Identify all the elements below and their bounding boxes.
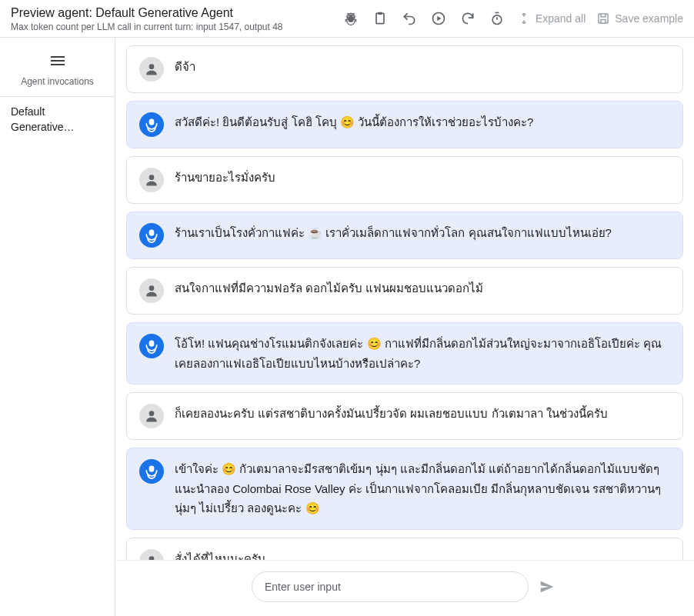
svg-line-1 [348,13,349,15]
svg-rect-4 [378,12,382,15]
input-bar [115,560,694,616]
svg-point-14 [149,411,155,416]
message-row: โอ้โห! แฟนคุณช่างโรแมนติกจังเลยค่ะ 😊 กาแ… [126,322,683,385]
message-text: โอ้โห! แฟนคุณช่างโรแมนติกจังเลยค่ะ 😊 กาแ… [175,334,670,373]
message-row: เข้าใจค่ะ 😊 กัวเตมาลาจะมีรสชาติเข้มๆ นุ่… [126,448,683,530]
message-text: สนใจกาแฟที่มีความฟอรัล ดอกไม้ครับ แฟนผมช… [175,278,670,298]
user-avatar-icon [139,404,164,428]
app-body: Agent invocations Default Generative… ดี… [0,38,694,616]
message-text: สั่งได้ที่ไหนนะครับ [175,549,670,561]
bug-icon[interactable] [342,9,360,28]
svg-point-11 [149,64,155,69]
agent-avatar-icon [139,334,164,358]
message-row: สั่งได้ที่ไหนนะครับ [126,538,683,561]
save-example-button[interactable]: Save example [596,12,683,25]
save-icon [596,12,610,25]
sidebar: Agent invocations Default Generative… [0,38,115,616]
header-toolbar: Expand all Save example [342,9,683,28]
user-avatar-icon [139,278,164,303]
svg-point-6 [492,15,502,25]
agent-avatar-icon [139,459,164,484]
user-avatar-icon [139,549,164,561]
svg-rect-10 [51,64,65,65]
sidebar-item-default-agent[interactable]: Default Generative… [0,100,115,139]
agent-avatar-icon [139,112,164,137]
unfold-icon [517,12,531,25]
message-text: ร้านเราเป็นโรงคั่วกาแฟค่ะ ☕ เราคั่วเมล็ด… [175,223,670,243]
svg-rect-9 [51,60,65,62]
message-row: ร้านขายอะไรมั่งครับ [126,156,683,204]
message-row: สวัสดีค่ะ! ยินดีต้อนรับสู่ โคฮิ โคบุ 😊 ว… [126,101,683,148]
svg-rect-7 [599,14,608,23]
message-row: ก็เคยลองนะครับ แต่รสชาติบางครั้งมันเปรี้… [126,392,683,440]
expand-all-button[interactable]: Expand all [517,12,586,25]
sidebar-top: Agent invocations [0,52,115,87]
message-text: ร้านขายอะไรมั่งครับ [175,168,670,188]
clipboard-icon[interactable] [371,9,389,28]
undo-icon[interactable] [400,9,419,28]
message-text: ก็เคยลองนะครับ แต่รสชาติบางครั้งมันเปรี้… [175,404,670,424]
menu-icon[interactable] [48,52,67,70]
expand-all-label: Expand all [536,12,586,25]
user-avatar-icon [139,168,164,192]
header-left: Preview agent: Default Generative Agent … [11,6,283,32]
refresh-icon[interactable] [459,9,477,28]
save-example-label: Save example [615,12,683,25]
message-text: เข้าใจค่ะ 😊 กัวเตมาลาจะมีรสชาติเข้มๆ นุ่… [175,459,670,518]
agent-avatar-icon [139,223,164,248]
token-count-subtitle: Max token count per LLM call in current … [11,22,283,32]
message-text: สวัสดีค่ะ! ยินดีต้อนรับสู่ โคฮิ โคบุ 😊 ว… [175,112,670,132]
svg-point-13 [149,285,155,291]
page-title: Preview agent: Default Generative Agent [11,6,283,20]
message-text: ดีจ้า [175,57,670,77]
svg-rect-3 [376,13,384,23]
sidebar-section-label: Agent invocations [21,76,94,87]
message-row: ดีจ้า [126,45,683,93]
svg-rect-8 [51,56,65,58]
send-button[interactable] [536,576,558,598]
user-input[interactable] [252,571,529,602]
message-row: ร้านเราเป็นโรงคั่วกาแฟค่ะ ☕ เราคั่วเมล็ด… [126,211,683,259]
main-panel: ดีจ้าสวัสดีค่ะ! ยินดีต้อนรับสู่ โคฮิ โคบ… [115,38,694,616]
svg-point-12 [149,175,155,180]
send-icon [539,578,556,595]
conversation-list: ดีจ้าสวัสดีค่ะ! ยินดีต้อนรับสู่ โคฮิ โคบ… [115,38,694,560]
sidebar-divider [0,96,115,97]
message-row: สนใจกาแฟที่มีความฟอรัล ดอกไม้ครับ แฟนผมช… [126,267,683,315]
user-avatar-icon [139,57,164,82]
svg-point-0 [348,16,354,22]
play-circle-icon[interactable] [429,9,448,28]
app-header: Preview agent: Default Generative Agent … [0,0,694,38]
svg-line-2 [352,13,354,15]
timer-icon[interactable] [488,9,506,28]
